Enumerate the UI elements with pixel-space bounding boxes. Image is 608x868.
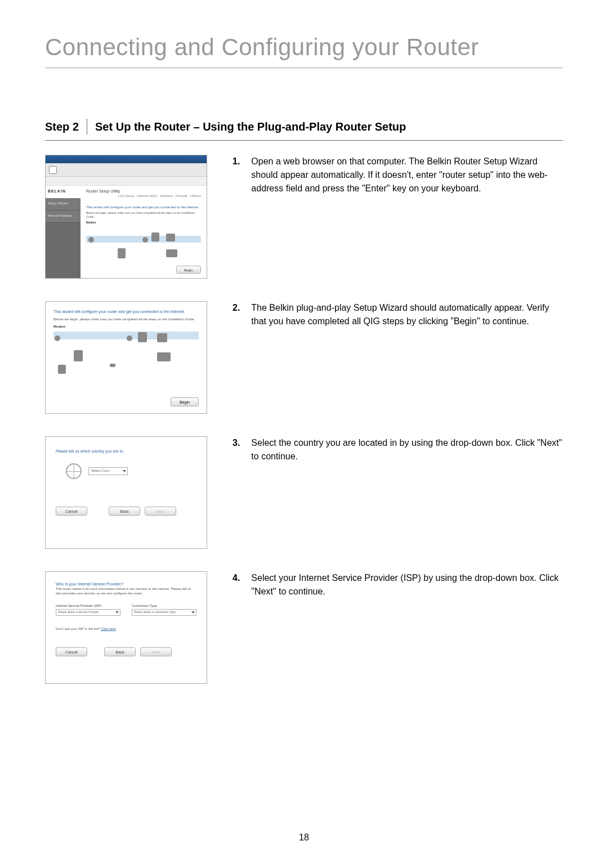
step-title: Set Up the Router – Using the Plug-and-P…: [87, 119, 406, 135]
isp-label: Internet Service Provider (ISP): [56, 604, 120, 607]
instruction-4: 4. Select your Internet Service Provider…: [233, 571, 563, 684]
wizard-intro: This wizard will configure your router a…: [53, 310, 199, 314]
back-button[interactable]: Back: [104, 647, 136, 656]
begin-button[interactable]: Begin: [176, 266, 201, 274]
connection-type-label: Connection Type: [132, 604, 196, 607]
step-row-2: This wizard will configure your router a…: [45, 301, 563, 414]
country-question: Please tell us which country you are in.: [56, 449, 196, 453]
connection-diagram: [86, 228, 201, 267]
connection-type-select[interactable]: Please Select a Connection Type: [132, 609, 196, 616]
step-number: Step 2: [45, 119, 87, 135]
wizard-intro: This wizard will configure your router a…: [86, 205, 201, 209]
wizard-note: Before we begin, please make sure you ha…: [86, 211, 201, 218]
step-header: Step 2 Set Up the Router – Using the Plu…: [45, 119, 563, 141]
next-button[interactable]: Next: [145, 507, 176, 516]
cancel-button[interactable]: Cancel: [56, 507, 87, 516]
instruction-text: Open a web browser on that computer. The…: [251, 155, 563, 279]
isp-help-text: Don't see your ISP in the list? Click he…: [56, 627, 196, 630]
modem-label: Modem: [86, 221, 201, 225]
instruction-3: 3. Select the country you are located in…: [233, 436, 563, 549]
globe-icon: [66, 463, 82, 479]
instruction-text: Select the country you are located in by…: [251, 436, 563, 549]
modem-label: Modem: [53, 325, 199, 328]
cancel-button[interactable]: Cancel: [56, 647, 87, 656]
screenshot-4: Who is your Internet Service Provider? T…: [45, 571, 207, 684]
begin-button[interactable]: Begin: [171, 397, 199, 406]
click-here-link[interactable]: Click here: [101, 627, 116, 630]
step-row-4: Who is your Internet Service Provider? T…: [45, 571, 563, 684]
page-title: Connecting and Configuring your Router: [45, 34, 563, 68]
screenshot-3: Please tell us which country you are in.…: [45, 436, 207, 549]
next-button[interactable]: Next: [140, 647, 172, 656]
page-number: 18: [0, 833, 608, 843]
step-row-3: Please tell us which country you are in.…: [45, 436, 563, 549]
instruction-number: 3.: [233, 436, 240, 549]
connection-diagram: [53, 335, 199, 381]
instruction-number: 4.: [233, 571, 240, 684]
instruction-number: 2.: [233, 301, 240, 414]
back-button[interactable]: Back: [109, 507, 140, 516]
sidebar-item: Setup Wizard: [46, 198, 81, 211]
isp-select[interactable]: Please Select a Service Provider: [56, 609, 120, 616]
instruction-text: Select your Internet Service Provider (I…: [251, 571, 563, 684]
instruction-2: 2. The Belkin plug-and-play Setup Wizard…: [233, 301, 563, 414]
instruction-text: The Belkin plug-and-play Setup Wizard sh…: [251, 301, 563, 414]
instruction-number: 1.: [233, 155, 240, 279]
step-row-1: BELKIN Setup Wizard Manual Settings Rout…: [45, 155, 563, 279]
country-select[interactable]: Select Coun...: [88, 467, 128, 475]
instruction-1: 1. Open a web browser on that computer. …: [233, 155, 563, 279]
sidebar-item: Manual Settings: [46, 211, 81, 223]
screenshot-1: BELKIN Setup Wizard Manual Settings Rout…: [45, 155, 207, 279]
brand-label: BELKIN: [46, 186, 81, 198]
utility-title: Router Setup Utility: [86, 189, 201, 193]
isp-question: Who is your Internet Service Provider?: [56, 582, 196, 586]
tabs: LAN Setup · Internet WAN · Wireless · Fi…: [86, 194, 201, 198]
screenshot-2: This wizard will configure your router a…: [45, 301, 207, 414]
isp-subtext: The router needs a bit more information …: [56, 587, 196, 596]
wizard-note: Before we begin, please make sure you ha…: [53, 317, 199, 321]
